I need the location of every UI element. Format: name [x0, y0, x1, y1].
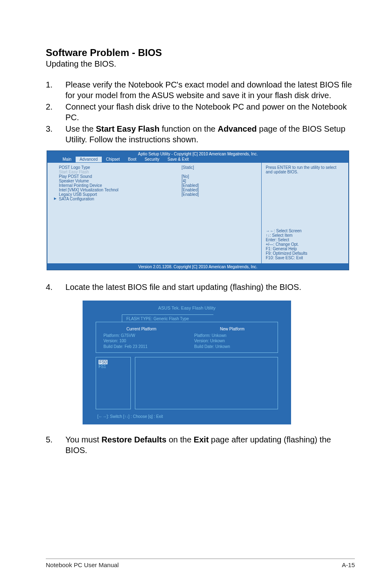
key-hint-line: F9: Optimized Defaults: [266, 251, 344, 256]
step-number: 1.: [46, 79, 65, 101]
setting-value: [No]: [182, 174, 189, 179]
bold-fragment: Start Easy Flash: [96, 124, 159, 133]
drive-list: FS0 FS1: [96, 357, 131, 409]
step-4: 4. Locate the latest BIOS file and start…: [46, 282, 355, 292]
setting-label: Speaker Volume: [59, 179, 182, 183]
key-hint-line: →←: Select Screen: [266, 229, 344, 233]
step-text: Connect your flash disk drive to the Not…: [65, 101, 355, 123]
step-text: You must Restore Defaults on the Exit pa…: [65, 434, 355, 456]
text-fragment: You must: [65, 435, 101, 444]
text-fragment: on the: [166, 435, 194, 444]
step-text: Use the Start Easy Flash function on the…: [65, 123, 355, 145]
file-list-panel: [135, 357, 278, 409]
platform-line: Platform: G75VW: [103, 333, 179, 339]
bios-tab: Main: [58, 157, 76, 162]
footer-left: Notebook PC User Manual: [46, 561, 119, 568]
platform-panels: Current Platform Platform: G75VW Version…: [96, 322, 278, 353]
easy-flash-screenshot: ASUS Tek. Easy Flash Utility FLASH TYPE:…: [83, 301, 291, 424]
bios-tab: Security: [141, 157, 164, 162]
arrow-icon: ▶: [54, 197, 59, 201]
flash-key-hints: [←→]: Switch [↑↓] : Choose [q] : Exit: [84, 409, 289, 423]
setting-value: [Enabled]: [182, 183, 199, 188]
setting-label: POST Logo Type: [59, 165, 182, 170]
page-subheading: Updating the BIOS.: [46, 59, 355, 69]
setting-value: [Enabled]: [182, 192, 199, 197]
bios-setting-row: Play POST Sound[No]: [59, 174, 261, 179]
page-heading: Software Problem - BIOS: [46, 47, 355, 58]
bios-tab: Advanced: [76, 157, 102, 162]
bios-tab: Save & Exit: [164, 157, 193, 162]
setting-label: Intel [VMX] Virtualization Technol: [59, 188, 182, 192]
setting-value: [4]: [182, 179, 186, 183]
key-hint-line: ↑↓: Select Item: [266, 233, 344, 238]
text-fragment: function on the: [159, 124, 217, 133]
bios-settings-panel: POST Logo Type[Static]Start Easy FlashPl…: [47, 162, 261, 264]
bold-fragment: Exit: [194, 435, 209, 444]
setting-label: Play POST Sound: [59, 174, 182, 179]
step-text: Locate the latest BIOS file and start up…: [65, 282, 355, 292]
page-footer: Notebook PC User Manual A-15: [46, 559, 355, 568]
drive-item: FS1: [99, 364, 106, 369]
bios-key-hints: →←: Select Screen↑↓: Select ItemEnter: S…: [266, 229, 344, 260]
step-number: 5.: [46, 434, 65, 456]
bios-setting-row: Internal Pointing Device[Enabled]: [59, 183, 261, 188]
setting-value: [Enabled]: [182, 188, 199, 192]
bios-help-panel: Press ENTER to run the utility to select…: [261, 162, 349, 264]
steps-list-continued-2: 5. You must Restore Defaults on the Exit…: [46, 434, 355, 456]
setting-label: Start Easy Flash: [59, 170, 182, 174]
key-hint-line: Enter: Select: [266, 238, 344, 242]
new-platform-panel: New Platform Platform: Unkown Version: U…: [194, 326, 270, 349]
setting-label: Internal Pointing Device: [59, 183, 182, 188]
bios-setting-row: ▶SATA Configuration: [59, 197, 261, 201]
step-3: 3. Use the Start Easy Flash function on …: [46, 123, 355, 145]
footer-right: A-15: [342, 561, 355, 568]
bold-fragment: Advanced: [217, 124, 257, 133]
setting-label: SATA Configuration: [59, 197, 182, 201]
platform-line: Platform: Unkown: [194, 333, 270, 339]
flash-type-label: FLASH TYPE: Generic Flash Type: [122, 314, 213, 322]
file-browser: FS0 FS1: [96, 357, 278, 409]
bios-help-text: Press ENTER to run the utility to select…: [266, 165, 344, 174]
key-hint-line: +/—: Change Opt.: [266, 242, 344, 247]
bold-fragment: Restore Defaults: [101, 435, 166, 444]
panel-header: Current Platform: [103, 326, 179, 332]
platform-line: Build Date: Feb 23 2011: [103, 344, 179, 350]
panel-header: New Platform: [194, 326, 270, 332]
step-number: 4.: [46, 282, 65, 292]
bios-tabs: MainAdvancedChipsetBootSecuritySave & Ex…: [47, 157, 349, 162]
current-platform-panel: Current Platform Platform: G75VW Version…: [103, 326, 179, 349]
platform-line: Version: Unkown: [194, 338, 270, 344]
drive-item-selected: FS0: [99, 360, 108, 364]
step-2: 2. Connect your flash disk drive to the …: [46, 101, 355, 123]
platform-line: Version: 100: [103, 338, 179, 344]
bios-setting-row: Speaker Volume[4]: [59, 179, 261, 183]
step-number: 3.: [46, 123, 65, 145]
step-1: 1. Please verify the Notebook PC's exact…: [46, 79, 355, 101]
bios-tab: Boot: [124, 157, 141, 162]
bios-setting-row: Intel [VMX] Virtualization Technol[Enabl…: [59, 188, 261, 192]
bios-setting-row: Start Easy Flash: [59, 170, 261, 174]
step-5: 5. You must Restore Defaults on the Exit…: [46, 434, 355, 456]
bios-setting-row: Legacy USB Support[Enabled]: [59, 192, 261, 197]
bios-tab: Chipset: [102, 157, 124, 162]
step-number: 2.: [46, 101, 65, 123]
bios-title: Aptio Setup Utility - Copyright [C] 2010…: [47, 151, 349, 157]
setting-value: [Static]: [182, 165, 194, 170]
step-text: Please verify the Notebook PC's exact mo…: [65, 79, 355, 101]
key-hint-line: F1: General Help: [266, 247, 344, 251]
steps-list: 1. Please verify the Notebook PC's exact…: [46, 79, 355, 145]
steps-list-continued: 4. Locate the latest BIOS file and start…: [46, 282, 355, 292]
bios-footer: Version 2.01.1208. Copyright [C] 2010 Am…: [47, 264, 349, 270]
flash-title: ASUS Tek. Easy Flash Utility: [84, 302, 289, 312]
bios-setting-row: POST Logo Type[Static]: [59, 165, 261, 170]
key-hint-line: F10: Save ESC: Exit: [266, 256, 344, 260]
bios-setup-screenshot: Aptio Setup Utility - Copyright [C] 2010…: [47, 150, 349, 270]
text-fragment: Use the: [65, 124, 96, 133]
setting-label: Legacy USB Support: [59, 192, 182, 197]
platform-line: Build Date: Unkown: [194, 344, 270, 350]
